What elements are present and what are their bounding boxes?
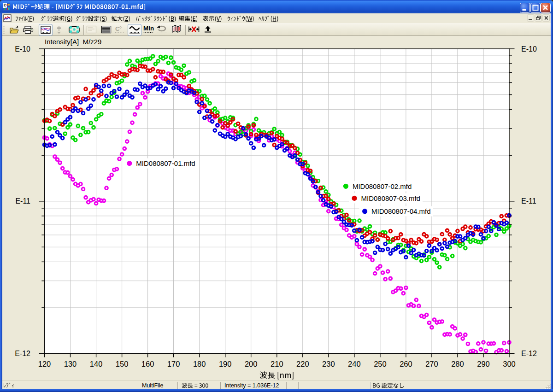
svg-text:250: 250 [374,360,387,368]
svg-text:220: 220 [296,360,309,368]
svg-text:E-10: E-10 [15,45,30,53]
svg-text:290: 290 [477,360,490,368]
svg-text:190: 190 [219,360,232,368]
svg-text:270: 270 [425,360,438,368]
svg-text:230: 230 [322,360,335,368]
svg-text:180: 180 [193,360,206,368]
svg-text:MID080807-04.mfd: MID080807-04.mfd [371,207,430,215]
svg-text:MID080807-03.mfd: MID080807-03.mfd [361,194,420,202]
svg-text:210: 210 [271,360,283,368]
svg-text:160: 160 [141,360,154,368]
svg-text:E-12: E-12 [521,350,537,357]
svg-text:200: 200 [245,360,258,368]
svg-text:Intensity[A] M/z29: Intensity[A] M/z29 [45,38,101,46]
svg-text:170: 170 [167,360,180,368]
svg-text:140: 140 [90,360,103,368]
svg-text:260: 260 [400,360,412,368]
svg-text:E-11: E-11 [15,197,30,205]
svg-text:E-12: E-12 [15,350,30,357]
svg-text:Intensity = 1.036E-12: Intensity = 1.036E-12 [224,382,279,389]
svg-text:C: C [115,25,120,32]
svg-text:Min: Min [143,25,154,32]
svg-text:MID080807-02.mfd: MID080807-02.mfd [353,182,412,190]
svg-text:280: 280 [451,360,464,368]
svg-text:240: 240 [348,360,361,368]
svg-text:130: 130 [64,360,77,368]
svg-text:150: 150 [116,360,129,368]
svg-text:300: 300 [503,360,516,368]
svg-text:E-11: E-11 [521,197,536,205]
svg-text:MultiFile: MultiFile [142,382,164,389]
svg-text:MID080807-01.mfd: MID080807-01.mfd [136,159,195,167]
svg-text:E-10: E-10 [521,45,537,53]
svg-text:120: 120 [38,360,51,368]
